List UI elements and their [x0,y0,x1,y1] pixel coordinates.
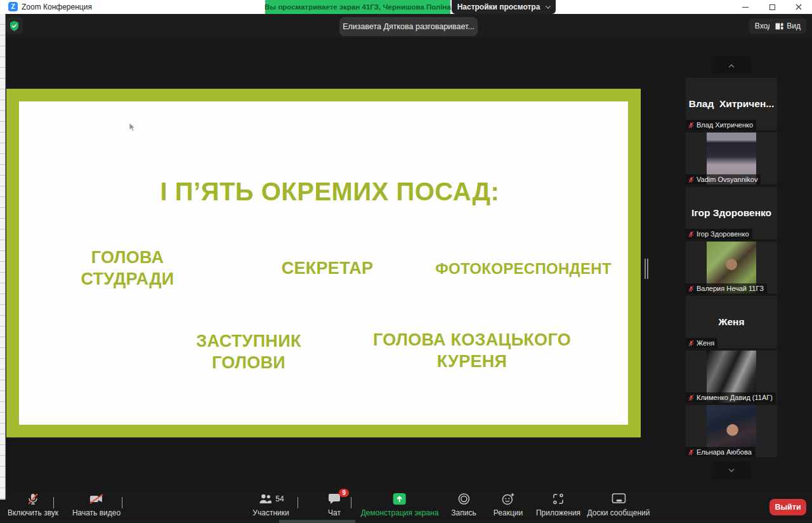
record-label: Запись [451,508,476,517]
participants-count: 54 [275,494,284,503]
view-settings-label: Настройки просмотра [457,3,540,11]
reactions-button[interactable]: Реакции [494,492,523,517]
chat-unread-badge: 9 [339,489,349,497]
slide-position-fotokorespondent: ФОТОКОРЕСПОНДЕНТ [435,259,612,278]
close-button[interactable] [785,0,812,14]
background-window-edge [0,14,6,500]
slide-content: І П’ЯТЬ ОКРЕМИХ ПОСАД: ГОЛОВА СТУДРАДИ С… [19,101,628,425]
participant-name-label: Vadim Ovsyannikov [686,174,761,184]
participant-name-label: Ельнара Аюбова [686,447,755,457]
whiteboard-button[interactable]: Доски сообщений [587,492,650,517]
record-icon [457,492,471,506]
participants-label: Участники [252,508,289,517]
participant-tile[interactable]: Клименко Давид (11АГ) [686,351,777,403]
apps-label: Приложения [536,508,580,517]
start-video-button[interactable]: Начать видео [72,492,121,517]
viewing-banner: Вы просматриваете экран 41ГЗ, Чернишова … [265,0,450,14]
slide-title: І П’ЯТЬ ОКРЕМИХ ПОСАД: [160,178,500,206]
apps-icon [551,492,565,506]
participant-tile[interactable]: Vadim Ovsyannikov [686,132,777,184]
view-settings-button[interactable]: Настройки просмотра [452,0,556,14]
participant-tiles: Влад Хитричен... Влад Хитриченко [686,78,777,457]
bottom-edge-strip [0,520,812,523]
scroll-participants-down-button[interactable] [711,462,752,481]
participants-icon [258,493,273,505]
chevron-up-icon [729,65,734,70]
participant-name-label: Валерия Нечай 11ГЗ [686,283,767,294]
camera-off-icon [89,492,104,506]
minimize-icon [742,7,749,8]
unmute-label: Включить звук [8,508,58,517]
chat-options-chevron[interactable] [351,497,356,502]
reactions-icon [501,492,515,506]
participants-options-chevron[interactable] [298,497,303,502]
chevron-up-icon [53,497,54,508]
close-icon [796,4,802,10]
start-video-label: Начать видео [72,508,121,517]
security-badge-button[interactable] [6,17,23,34]
minimize-button[interactable] [732,0,759,14]
collapse-panel-button[interactable] [711,56,752,75]
audio-options-chevron[interactable] [53,497,58,502]
meeting-topbar: Елизавета Дяткова разговаривает... Вход … [0,14,812,38]
maximize-button[interactable] [759,0,785,14]
slide-position-golova-studrady: ГОЛОВА СТУДРАДИ [61,247,194,290]
whiteboard-icon [611,493,626,505]
leave-meeting-button[interactable]: Выйти [769,499,806,515]
mouse-cursor-icon [129,122,136,135]
participant-tile[interactable]: Влад Хитричен... Влад Хитриченко [686,78,777,130]
share-screen-icon [393,493,407,505]
record-button[interactable]: Запись [451,492,476,517]
chevron-up-icon [298,497,298,508]
slide-position-golova-kozatskogo-kurenya: ГОЛОВА КОЗАЦЬКОГО КУРЕНЯ [364,330,580,373]
apps-button[interactable]: Приложения [536,492,580,517]
mic-muted-icon [688,285,695,292]
maximize-icon [769,4,775,10]
reactions-label: Реакции [494,508,523,517]
view-label: Вид [787,22,801,30]
share-screen-button[interactable]: Демонстрация экрана [361,492,439,517]
chat-label: Чат [328,508,341,517]
participant-tile[interactable]: Ігор Здоровенко Ігор Здоровенко [686,187,777,239]
chat-button[interactable]: 9 Чат [327,492,341,517]
participant-name-label: Влад Хитриченко [686,120,756,130]
chevron-up-icon [351,497,351,508]
share-screen-label: Демонстрация экрана [361,508,439,517]
meeting-toolbar: Включить звук Начать видео 54 Участники [0,488,812,520]
shared-screen-area: І П’ЯТЬ ОКРЕМИХ ПОСАД: ГОЛОВА СТУДРАДИ С… [0,38,812,488]
chevron-down-icon [546,3,551,8]
mic-muted-icon [688,394,695,401]
mic-muted-icon [688,340,695,347]
viewing-banner-text: Вы просматриваете экран 41ГЗ, Чернишова … [265,3,451,11]
unmute-button[interactable]: Включить звук [8,492,58,517]
layout-grid-icon [775,23,783,30]
mic-muted-icon [688,122,695,129]
window-titlebar: Z Zoom Конференция Вы просматриваете экр… [0,0,812,14]
mic-muted-icon [688,449,695,456]
panel-resize-handle[interactable] [645,259,648,279]
whiteboard-label: Доски сообщений [587,508,650,517]
participant-tile[interactable]: Женя Женя [686,296,777,348]
participant-name-label: Женя [686,338,717,348]
participant-tile[interactable]: Валерия Нечай 11ГЗ [686,242,777,294]
shield-check-icon [10,21,19,31]
view-layout-button[interactable]: Вид [769,18,806,34]
window-title: Zoom Конференция [22,3,92,11]
mic-muted-icon [26,492,40,506]
participant-name-label: Ігор Здоровенко [686,229,752,239]
presentation-slide: І П’ЯТЬ ОКРЕМИХ ПОСАД: ГОЛОВА СТУДРАДИ С… [6,89,641,437]
participant-name-label: Клименко Давид (11АГ) [686,392,776,403]
chevron-down-icon [729,467,734,472]
speaking-toast: Елизавета Дяткова разговаривает... [339,17,478,36]
chevron-up-icon [122,497,122,508]
zoom-logo-icon: Z [8,2,18,11]
slide-position-sekretar: СЕКРЕТАР [282,258,374,280]
slide-position-zastupnyk-golovy: ЗАСТУПНИК ГОЛОВИ [176,331,322,374]
participants-button[interactable]: 54 Участники [252,492,289,517]
mic-muted-icon [688,176,695,183]
video-options-chevron[interactable] [122,497,127,502]
mic-muted-icon [688,231,695,238]
participant-tile[interactable]: Ельнара Аюбова [686,405,777,457]
scrollbar-thumb[interactable] [279,520,355,523]
participants-panel: Влад Хитричен... Влад Хитриченко [686,56,777,481]
